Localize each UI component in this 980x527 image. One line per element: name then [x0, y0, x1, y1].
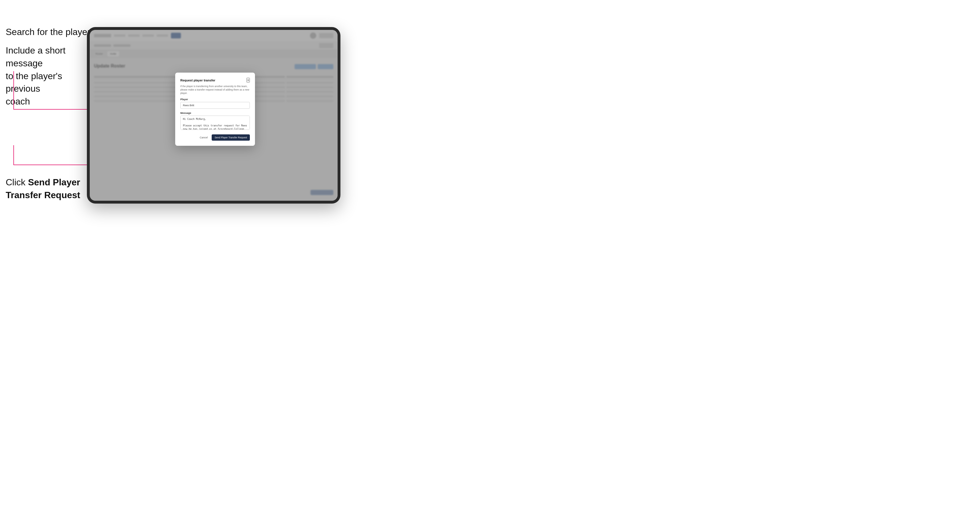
message-field-label: Message [180, 112, 250, 114]
player-input[interactable] [180, 102, 250, 109]
modal-close-button[interactable]: × [247, 78, 250, 83]
modal-dialog: Request player transfer × If the player … [175, 73, 255, 146]
send-transfer-request-button[interactable]: Send Player Transfer Request [212, 134, 250, 141]
player-field-label: Player [180, 98, 250, 101]
modal-overlay: Request player transfer × If the player … [90, 30, 337, 201]
tablet-frame: Roster Invite Update Roster [87, 27, 340, 203]
cancel-button[interactable]: Cancel [198, 135, 209, 140]
modal-header: Request player transfer × [180, 78, 250, 83]
modal-description: If the player is transferring from anoth… [180, 85, 250, 95]
tablet-screen: Roster Invite Update Roster [90, 30, 337, 201]
message-textarea[interactable]: Hi Coach McHarg, Please accept this tran… [180, 116, 250, 130]
modal-title: Request player transfer [180, 79, 215, 82]
annotation-click: Click Send PlayerTransfer Request [6, 176, 80, 202]
annotation-search: Search for the player. [6, 25, 92, 38]
modal-actions: Cancel Send Player Transfer Request [180, 134, 250, 141]
annotation-message: Include a short messageto the player's p… [6, 44, 80, 108]
arrow-vertical-line-2 [13, 145, 14, 165]
arrow-vertical-line-1 [13, 71, 14, 110]
